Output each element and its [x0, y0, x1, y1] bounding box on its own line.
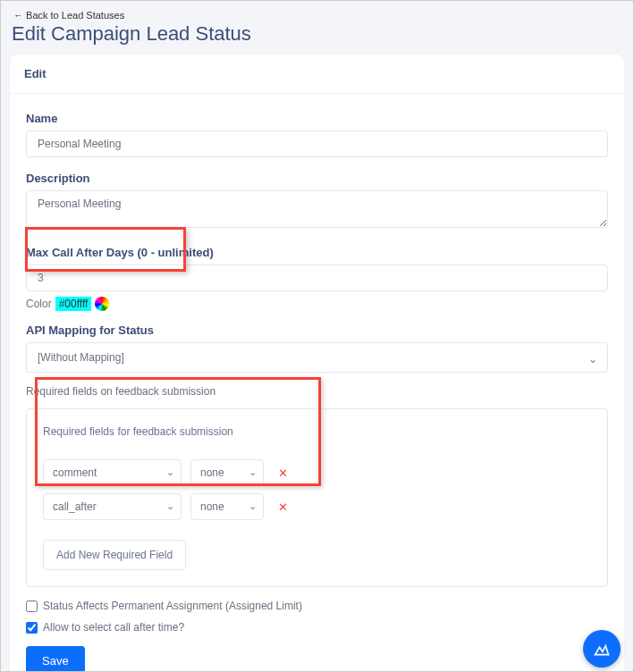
status-affects-checkbox[interactable]	[26, 601, 38, 612]
remove-row-button[interactable]: ✕	[273, 497, 293, 517]
allow-call-after-row: Allow to select call after time?	[26, 621, 608, 634]
remove-row-button[interactable]: ✕	[273, 463, 293, 483]
card-header: Edit	[10, 55, 624, 94]
allow-call-after-label: Allow to select call after time?	[43, 621, 184, 634]
fab-button[interactable]	[583, 630, 621, 668]
color-picker-icon[interactable]	[95, 297, 109, 311]
allow-call-after-checkbox[interactable]	[26, 622, 38, 634]
color-hex: #00ffff	[55, 297, 92, 311]
required-fields-box: Required fields for feedback submission …	[26, 408, 608, 587]
back-link[interactable]: ← Back to Lead Statuses	[13, 10, 624, 21]
required-field-row: call_after ⌄ none ⌄ ✕	[43, 493, 591, 520]
name-label: Name	[26, 112, 608, 125]
close-icon: ✕	[278, 500, 288, 514]
edit-card: Edit Name Description Personal Meeting M…	[10, 55, 624, 672]
required-fields-title: Required fields for feedback submission	[43, 425, 591, 438]
status-affects-row: Status Affects Permanent Assignment (Ass…	[26, 600, 608, 612]
api-mapping-select[interactable]: [Without Mapping]	[26, 342, 608, 373]
save-button[interactable]: Save	[26, 646, 85, 672]
condition-select[interactable]: none	[190, 459, 264, 486]
color-label: Color	[26, 298, 52, 310]
desc-textarea[interactable]: Personal Meeting	[26, 190, 608, 228]
name-input[interactable]	[26, 130, 608, 157]
max-call-input[interactable]	[26, 265, 608, 291]
desc-label: Description	[26, 172, 608, 185]
color-row: Color #00ffff	[26, 297, 608, 311]
field-select[interactable]: comment	[43, 459, 182, 486]
required-field-row: comment ⌄ none ⌄ ✕	[43, 459, 591, 486]
required-fields-label: Required fields on feedback submission	[26, 385, 608, 398]
api-label: API Mapping for Status	[26, 323, 608, 337]
card-body: Name Description Personal Meeting Max Ca…	[10, 94, 624, 672]
close-icon: ✕	[278, 466, 288, 480]
mountain-icon	[593, 640, 611, 658]
max-call-label: Max Call After Days (0 - unlimited)	[26, 246, 608, 259]
condition-select[interactable]: none	[190, 493, 264, 520]
field-select[interactable]: call_after	[43, 493, 182, 520]
add-required-field-button[interactable]: Add New Required Field	[43, 540, 186, 570]
page-title: Edit Campaign Lead Status	[12, 22, 624, 46]
status-affects-label: Status Affects Permanent Assignment (Ass…	[43, 600, 302, 612]
